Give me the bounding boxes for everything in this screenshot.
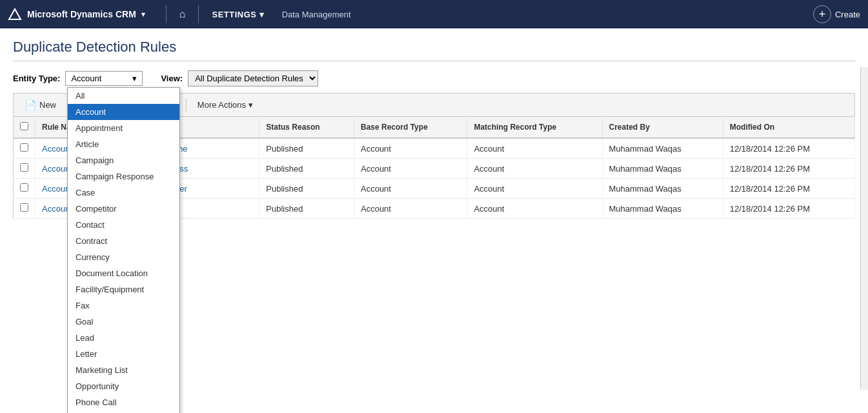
dropdown-item-lead[interactable]: Lead (68, 330, 179, 346)
entity-dropdown-list: AllAccountAppointmentArticleCampaignCamp… (67, 87, 180, 413)
view-label: View: (161, 74, 183, 83)
dropdown-item-document-location[interactable]: Document Location (68, 265, 179, 281)
cell-match-type-3: Account (467, 199, 602, 219)
header-checkbox[interactable] (20, 122, 28, 130)
dropdown-item-contract[interactable]: Contract (68, 233, 179, 249)
topbar: Microsoft Dynamics CRM ▾ ⌂ SETTINGS ▾ Da… (0, 0, 868, 28)
select-all-checkbox[interactable] (14, 117, 35, 139)
cell-base-type-0: Account (354, 138, 467, 159)
col-matching-record-type: Matching Record Type (467, 117, 602, 139)
dropdown-item-opportunity[interactable]: Opportunity (68, 378, 179, 394)
dropdown-item-phone-call[interactable]: Phone Call (68, 394, 179, 410)
entity-type-label: Entity Type: (13, 74, 60, 83)
cell-base-type-2: Account (354, 179, 467, 199)
create-plus-icon: + (813, 5, 831, 23)
cell-created-by-1: Muhammad Waqas (602, 159, 723, 179)
cell-created-by-2: Muhammad Waqas (602, 179, 723, 199)
cell-modified-on-2: 12/18/2014 12:26 PM (723, 179, 854, 199)
app-logo[interactable]: Microsoft Dynamics CRM ▾ (8, 7, 145, 21)
toolbar-sep-2 (186, 98, 187, 112)
dynamics-logo-icon (8, 7, 22, 21)
scrollbar[interactable] (860, 67, 868, 390)
row-checkbox-2[interactable] (14, 179, 35, 199)
dropdown-item-contact[interactable]: Contact (68, 217, 179, 233)
more-actions-button[interactable]: More Actions ▾ (190, 97, 260, 113)
cell-created-by-3: Muhammad Waqas (602, 199, 723, 219)
cell-modified-on-0: 12/18/2014 12:26 PM (723, 138, 854, 159)
settings-arrow-icon: ▾ (259, 10, 265, 19)
breadcrumb-separator (274, 10, 277, 19)
dropdown-item-account[interactable]: Account (68, 104, 179, 120)
entity-type-dropdown[interactable]: Account ▾ (65, 71, 143, 86)
page-title: Duplicate Detection Rules (13, 39, 855, 61)
row-check-1[interactable] (20, 163, 28, 172)
dropdown-item-campaign-response[interactable]: Campaign Response (68, 168, 179, 185)
cell-status-2: Published (259, 179, 354, 199)
nav-divider2 (198, 5, 199, 23)
entity-dropdown-arrow-icon: ▾ (132, 74, 137, 83)
cell-modified-on-3: 12/18/2014 12:26 PM (723, 199, 854, 219)
dropdown-item-article[interactable]: Article (68, 136, 179, 152)
col-base-record-type: Base Record Type (354, 117, 467, 139)
row-checkbox-1[interactable] (14, 159, 35, 179)
cell-base-type-3: Account (354, 199, 467, 219)
col-created-by: Created By (602, 117, 723, 139)
cell-status-0: Published (259, 138, 354, 159)
breadcrumb[interactable]: Data Management (282, 10, 351, 19)
page-content: Duplicate Detection Rules Entity Type: A… (0, 28, 868, 229)
cell-base-type-1: Account (354, 159, 467, 179)
filter-bar: Entity Type: Account ▾ AllAccountAppoint… (13, 70, 855, 86)
more-actions-label: More Actions (197, 100, 246, 110)
dropdown-item-campaign[interactable]: Campaign (68, 152, 179, 168)
create-button[interactable]: + Create (813, 5, 860, 23)
cell-status-3: Published (259, 199, 354, 219)
row-checkbox-0[interactable] (14, 138, 35, 159)
entity-selected-value: Account (71, 74, 101, 83)
dropdown-item-appointment[interactable]: Appointment (68, 120, 179, 136)
row-check-2[interactable] (20, 183, 28, 192)
home-button[interactable]: ⌂ (174, 6, 191, 23)
nav-divider (166, 5, 167, 23)
settings-nav[interactable]: SETTINGS ▾ (207, 7, 269, 22)
row-check-3[interactable] (20, 203, 28, 212)
settings-label: SETTINGS (212, 10, 256, 19)
dropdown-item-fax[interactable]: Fax (68, 297, 179, 314)
new-icon: 📄 (25, 99, 37, 111)
more-actions-arrow-icon: ▾ (248, 100, 253, 110)
dropdown-item-all[interactable]: All (68, 88, 179, 104)
home-icon: ⌂ (179, 8, 186, 19)
dropdown-item-goal[interactable]: Goal (68, 314, 179, 330)
row-check-0[interactable] (20, 143, 28, 152)
new-label: New (39, 100, 56, 110)
cell-match-type-1: Account (467, 159, 602, 179)
new-button[interactable]: 📄 New (17, 96, 63, 114)
create-label: Create (835, 10, 860, 19)
cell-created-by-0: Muhammad Waqas (602, 138, 723, 159)
dropdown-item-competitor[interactable]: Competitor (68, 201, 179, 217)
cell-status-1: Published (259, 159, 354, 179)
app-name: Microsoft Dynamics CRM (27, 9, 136, 19)
dropdown-item-marketing-list[interactable]: Marketing List (68, 362, 179, 378)
view-select[interactable]: All Duplicate Detection Rules (188, 70, 318, 86)
dropdown-item-letter[interactable]: Letter (68, 346, 179, 362)
col-status-reason: Status Reason (259, 117, 354, 139)
dropdown-item-case[interactable]: Case (68, 185, 179, 201)
col-modified-on: Modified On (723, 117, 854, 139)
app-arrow-icon[interactable]: ▾ (141, 10, 145, 19)
topbar-right: + Create (813, 5, 860, 23)
svg-marker-0 (9, 9, 21, 19)
cell-match-type-0: Account (467, 138, 602, 159)
cell-modified-on-1: 12/18/2014 12:26 PM (723, 159, 854, 179)
row-checkbox-3[interactable] (14, 199, 35, 219)
dropdown-item-profile-album[interactable]: Profile Album (68, 410, 179, 413)
dropdown-item-facility/equipment[interactable]: Facility/Equipment (68, 281, 179, 297)
dropdown-item-currency[interactable]: Currency (68, 249, 179, 265)
cell-match-type-2: Account (467, 179, 602, 199)
